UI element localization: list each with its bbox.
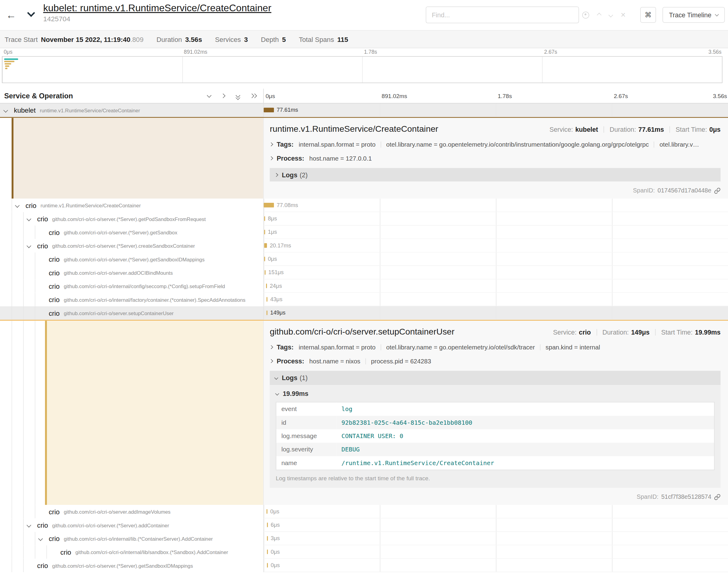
process-label: Process: — [277, 155, 304, 162]
trace-view-selector[interactable]: Trace Timeline — [662, 7, 725, 23]
indent-guide — [11, 545, 12, 559]
span-timeline-cell[interactable]: 3μs — [264, 532, 728, 545]
keyboard-shortcuts-button[interactable]: ⌘ — [640, 7, 656, 23]
prev-match-icon[interactable] — [597, 12, 601, 17]
span-name-cell[interactable]: criogithub.com/cri-o/cri-o/server.(*Serv… — [0, 212, 264, 226]
clear-search-icon[interactable]: × — [621, 11, 626, 19]
span-row[interactable]: criogithub.com/cri-o/cri-o/internal/lib.… — [0, 532, 728, 545]
key-value-item: otel.library.v… — [659, 141, 699, 148]
span-row[interactable]: criogithub.com/cri-o/cri-o/server.(*Serv… — [0, 226, 728, 239]
span-name-cell[interactable]: criogithub.com/cri-o/cri-o/server.(*Serv… — [0, 226, 264, 239]
span-duration-label: 1μs — [268, 229, 277, 235]
next-match-icon[interactable] — [608, 12, 613, 17]
process-section-toggle[interactable]: Process: host.name = nixosprocess.pid = … — [270, 357, 720, 365]
row-collapse-icon[interactable] — [27, 216, 31, 221]
span-color-bar — [45, 320, 47, 505]
row-collapse-icon[interactable] — [27, 523, 31, 527]
span-name-cell[interactable]: criogithub.com/cri-o/cri-o/internal/fact… — [0, 293, 264, 306]
span-row[interactable]: criogithub.com/cri-o/cri-o/server.(*Serv… — [0, 559, 728, 572]
span-color-tint — [11, 118, 263, 199]
span-operation-name: github.com/cri-o/cri-o/internal/config/s… — [64, 283, 228, 289]
span-timeline-cell[interactable]: 8μs — [264, 212, 728, 226]
summary-trace-start: Trace Start November 15 2022, 11:19:40 .… — [5, 36, 143, 43]
row-collapse-icon[interactable] — [4, 108, 8, 112]
span-name-cell[interactable]: criogithub.com/cri-o/cri-o/server.addOCI… — [0, 266, 264, 279]
span-name-cell[interactable]: criogithub.com/cri-o/cri-o/server.(*Serv… — [0, 559, 264, 572]
indent-guide — [23, 252, 24, 266]
span-timeline-cell[interactable]: 1μs — [264, 226, 728, 239]
span-timeline-cell[interactable]: 77.08ms — [264, 199, 728, 212]
span-name-cell[interactable]: criogithub.com/cri-o/cri-o/server.setupC… — [0, 306, 264, 320]
indent-guide — [35, 532, 36, 545]
logs-section-toggle[interactable]: Logs (1) — [270, 371, 720, 384]
span-color-bar — [11, 118, 13, 199]
span-duration-bar — [264, 230, 265, 234]
row-collapse-icon[interactable] — [15, 203, 20, 207]
span-row[interactable]: kubeletruntime.v1.RuntimeService/CreateC… — [0, 104, 728, 117]
process-section-toggle[interactable]: Process: host.name = 127.0.0.1 — [270, 155, 720, 162]
span-service-name: crio — [60, 548, 71, 555]
tags-section-toggle[interactable]: Tags: internal.span.format = protootel.l… — [270, 141, 720, 148]
span-row[interactable]: criogithub.com/cri-o/cri-o/internal/conf… — [0, 279, 728, 293]
trace-view-label: Trace Timeline — [669, 11, 712, 19]
focus-matches-icon[interactable] — [582, 11, 589, 18]
span-service-name: crio — [49, 282, 60, 290]
span-name-cell[interactable]: criogithub.com/cri-o/cri-o/server.(*Serv… — [0, 518, 264, 532]
span-name-cell[interactable]: kubeletruntime.v1.RuntimeService/CreateC… — [0, 104, 264, 117]
collapse-one-icon[interactable] — [206, 93, 212, 99]
span-row[interactable]: criogithub.com/cri-o/cri-o/server.addOCI… — [0, 266, 728, 279]
span-timeline-cell[interactable]: 0μs — [264, 545, 728, 559]
span-duration-label: 149μs — [270, 310, 286, 316]
row-collapse-icon[interactable] — [27, 243, 31, 248]
collapse-all-icon[interactable] — [235, 93, 241, 99]
trace-collapse-toggle[interactable] — [27, 9, 37, 20]
span-row[interactable]: criogithub.com/cri-o/cri-o/server.(*Serv… — [0, 239, 728, 252]
span-name-cell[interactable]: criogithub.com/cri-o/cri-o/server.addIma… — [0, 505, 264, 518]
span-timeline-cell[interactable]: 77.61ms — [264, 104, 728, 117]
back-button[interactable]: ← — [0, 0, 22, 30]
span-row[interactable]: criogithub.com/cri-o/cri-o/server.addIma… — [0, 505, 728, 518]
indent-guide — [23, 266, 24, 279]
span-row[interactable]: criogithub.com/cri-o/cri-o/internal/lib/… — [0, 545, 728, 559]
span-row[interactable]: criogithub.com/cri-o/cri-o/internal/fact… — [0, 293, 728, 306]
span-row[interactable]: crioruntime.v1.RuntimeService/CreateCont… — [0, 199, 728, 212]
copy-link-icon[interactable] — [714, 494, 720, 500]
tags-section-toggle[interactable]: Tags: internal.span.format = protootel.l… — [270, 343, 720, 351]
span-timeline-cell[interactable]: 0μs — [264, 505, 728, 518]
span-timeline-cell[interactable]: 0μs — [264, 252, 728, 266]
span-timeline-cell[interactable]: 43μs — [264, 293, 728, 306]
span-name-cell[interactable]: criogithub.com/cri-o/cri-o/internal/lib.… — [0, 532, 264, 545]
span-row[interactable]: criogithub.com/cri-o/cri-o/server.setupC… — [0, 306, 728, 320]
span-timeline-cell[interactable]: 149μs — [264, 306, 728, 320]
span-timeline-cell[interactable]: 0μs — [264, 559, 728, 572]
start-time-label: Start Time: — [676, 126, 707, 133]
logs-section-toggle[interactable]: Logs (2) — [270, 168, 720, 181]
span-row[interactable]: criogithub.com/cri-o/cri-o/server.(*Serv… — [0, 518, 728, 532]
span-name-cell[interactable]: criogithub.com/cri-o/cri-o/internal/conf… — [0, 279, 264, 293]
span-name-cell[interactable]: crioruntime.v1.RuntimeService/CreateCont… — [0, 199, 264, 212]
expand-all-icon[interactable] — [250, 93, 256, 99]
row-collapse-icon[interactable] — [38, 536, 42, 541]
minimap-tick-label: 3.56s — [708, 49, 722, 55]
copy-link-icon[interactable] — [714, 187, 720, 194]
span-name-cell[interactable]: criogithub.com/cri-o/cri-o/server.(*Serv… — [0, 239, 264, 252]
key-value-item: otel.library.name = go.opentelemetry.io/… — [386, 344, 535, 351]
span-timeline-cell[interactable]: 6μs — [264, 518, 728, 532]
minimap-tick-label: 2.67s — [544, 49, 557, 55]
span-duration-bar — [267, 549, 268, 554]
log-entry-toggle[interactable]: 19.99ms — [276, 390, 715, 397]
span-timeline-cell[interactable]: 24μs — [264, 279, 728, 293]
span-name-cell[interactable]: criogithub.com/cri-o/cri-o/internal/lib/… — [0, 545, 264, 559]
indent-guide — [23, 545, 24, 559]
span-name-cell[interactable]: criogithub.com/cri-o/cri-o/server.(*Serv… — [0, 252, 264, 266]
span-row[interactable]: criogithub.com/cri-o/cri-o/server.(*Serv… — [0, 212, 728, 226]
span-id-label: SpanID: — [637, 493, 658, 500]
find-input[interactable] — [426, 6, 579, 23]
key-value-item: internal.span.format = proto — [299, 141, 375, 148]
trace-title-link[interactable]: kubelet: runtime.v1.RuntimeService/Creat… — [43, 2, 271, 14]
span-timeline-cell[interactable]: 151μs — [264, 266, 728, 279]
minimap-scrubber[interactable] — [2, 56, 723, 83]
expand-one-icon[interactable] — [221, 93, 227, 99]
span-timeline-cell[interactable]: 20.17ms — [264, 239, 728, 252]
span-row[interactable]: criogithub.com/cri-o/cri-o/server.(*Serv… — [0, 252, 728, 266]
